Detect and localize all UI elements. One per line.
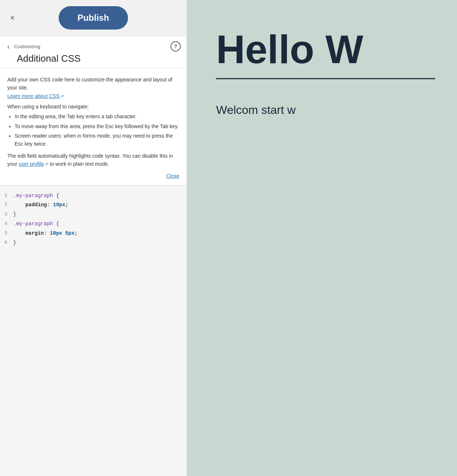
- learn-more-link[interactable]: Learn more about CSS ↗: [7, 93, 64, 99]
- breadcrumb-top: ‹ Customizing ?: [6, 41, 181, 51]
- close-link-wrap: Close: [7, 173, 179, 179]
- line-content-6: }: [12, 239, 187, 247]
- line-content-2: padding: 10px;: [12, 201, 187, 210]
- keyboard-tip-3: Screen reader users: when in forms mode,…: [15, 132, 179, 148]
- line-number-3: 3: [0, 210, 12, 218]
- breadcrumb-bar: ‹ Customizing ? Additional CSS: [0, 36, 187, 68]
- edit-field-text: The edit field automatically highlights …: [7, 152, 179, 168]
- code-line-4: 4 .my-paragraph {: [0, 219, 187, 229]
- preview-welcome-text: Welcom start w: [216, 101, 435, 119]
- page-title: Additional CSS: [6, 53, 181, 64]
- publish-button[interactable]: Publish: [58, 6, 128, 30]
- preview-hello-text: Hello W: [216, 29, 435, 69]
- left-panel: × Publish ‹ Customizing ? Additional CSS…: [0, 0, 187, 476]
- code-line-5: 5 margin: 10px 5px;: [0, 229, 187, 238]
- line-number-2: 2: [0, 201, 12, 209]
- code-editor[interactable]: 1 .my-paragraph { 2 padding: 10px; 3 } 4…: [0, 185, 187, 476]
- preview-divider: [216, 78, 435, 79]
- keyboard-title: When using a keyboard to navigate:: [7, 104, 179, 110]
- keyboard-tip-2: To move away from this area, press the E…: [15, 122, 179, 130]
- help-content: Add your own CSS code here to customize …: [0, 68, 187, 185]
- code-line-6: 6 }: [0, 238, 187, 248]
- close-button[interactable]: ×: [6, 11, 19, 24]
- line-number-1: 1: [0, 192, 12, 200]
- user-profile-link[interactable]: user profile ↗: [19, 161, 48, 167]
- help-button[interactable]: ?: [170, 41, 181, 51]
- code-line-2: 2 padding: 10px;: [0, 200, 187, 210]
- line-number-5: 5: [0, 229, 12, 237]
- external-link-icon-2: ↗: [45, 161, 48, 168]
- keyboard-list: In the editing area, the Tab key enters …: [7, 112, 179, 148]
- line-content-4: .my-paragraph {: [12, 220, 187, 229]
- back-button[interactable]: ‹: [6, 42, 11, 51]
- customizing-label: Customizing: [14, 44, 41, 49]
- close-help-button[interactable]: Close: [166, 173, 179, 179]
- intro-text: Add your own CSS code here to customize …: [7, 76, 179, 100]
- external-link-icon: ↗: [60, 93, 64, 100]
- line-content-3: }: [12, 210, 187, 219]
- line-number-6: 6: [0, 239, 12, 247]
- publish-button-wrap: Publish: [58, 6, 128, 30]
- line-content-5: margin: 10px 5px;: [12, 229, 187, 238]
- keyboard-tip-1: In the editing area, the Tab key enters …: [15, 112, 179, 120]
- code-line-1: 1 .my-paragraph {: [0, 191, 187, 201]
- preview-panel: Hello W Welcom start w: [187, 0, 457, 476]
- line-number-4: 4: [0, 220, 12, 228]
- line-content-1: .my-paragraph {: [12, 192, 187, 200]
- breadcrumb-left: ‹ Customizing: [6, 42, 40, 51]
- code-line-3: 3 }: [0, 210, 187, 219]
- close-icon: ×: [10, 13, 15, 23]
